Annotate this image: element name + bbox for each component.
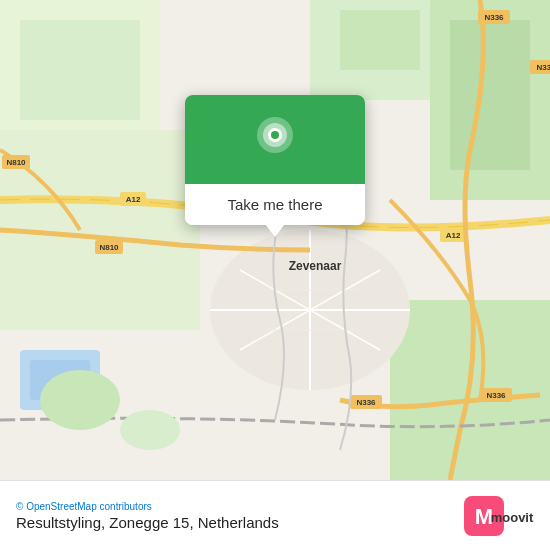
take-me-there-button[interactable]: Take me there [185, 184, 365, 225]
bottom-bar: © OpenStreetMap contributors Resultstyli… [0, 480, 550, 550]
svg-text:A12: A12 [126, 195, 141, 204]
svg-text:Zevenaar: Zevenaar [289, 259, 342, 273]
svg-rect-4 [20, 20, 140, 120]
svg-point-40 [271, 131, 279, 139]
svg-text:N810: N810 [99, 243, 119, 252]
bottom-info: © OpenStreetMap contributors Resultstyli… [16, 501, 279, 531]
app-container: A12 A12 N336 N336 N336 [0, 0, 550, 550]
map-svg: A12 A12 N336 N336 N336 [0, 0, 550, 480]
svg-rect-2 [340, 10, 420, 70]
osm-link[interactable]: © OpenStreetMap contributors [16, 501, 152, 512]
moovit-logo-svg: M moovit [464, 496, 534, 536]
svg-point-35 [40, 370, 120, 430]
osm-credit: © OpenStreetMap contributors [16, 501, 279, 512]
popup-icon-area [185, 95, 365, 184]
location-pin-icon [253, 115, 297, 165]
svg-rect-7 [450, 20, 530, 170]
svg-text:N336: N336 [486, 391, 506, 400]
map-area[interactable]: A12 A12 N336 N336 N336 [0, 0, 550, 480]
svg-text:N810: N810 [6, 158, 26, 167]
svg-text:N336: N336 [484, 13, 504, 22]
location-label: Resultstyling, Zonegge 15, Netherlands [16, 514, 279, 531]
svg-text:N336: N336 [356, 398, 376, 407]
svg-text:N336: N336 [536, 63, 550, 72]
moovit-logo: M moovit [464, 496, 534, 536]
location-popup: Take me there [185, 95, 365, 225]
svg-point-36 [120, 410, 180, 450]
map-background: A12 A12 N336 N336 N336 [0, 0, 550, 480]
svg-text:moovit: moovit [491, 510, 534, 525]
svg-text:A12: A12 [446, 231, 461, 240]
